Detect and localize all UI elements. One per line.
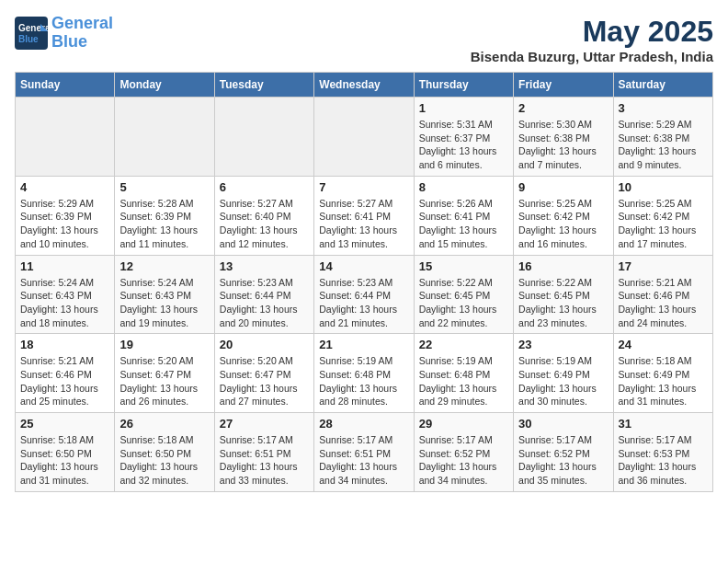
- calendar-cell: [115, 98, 214, 177]
- day-number: 15: [419, 259, 508, 273]
- header-wednesday: Wednesday: [314, 73, 414, 98]
- day-info: Sunrise: 5:22 AM Sunset: 6:45 PM Dayligh…: [419, 276, 508, 330]
- calendar-cell: 28Sunrise: 5:17 AM Sunset: 6:51 PM Dayli…: [314, 413, 414, 492]
- day-info: Sunrise: 5:18 AM Sunset: 6:50 PM Dayligh…: [119, 433, 209, 488]
- day-number: 29: [419, 417, 508, 431]
- calendar-cell: [214, 98, 313, 177]
- day-info: Sunrise: 5:17 AM Sunset: 6:51 PM Dayligh…: [220, 433, 309, 488]
- day-info: Sunrise: 5:29 AM Sunset: 6:39 PM Dayligh…: [20, 197, 109, 251]
- calendar-cell: 13Sunrise: 5:23 AM Sunset: 6:44 PM Dayli…: [214, 255, 313, 334]
- calendar-cell: 17Sunrise: 5:21 AM Sunset: 6:46 PM Dayli…: [613, 255, 712, 334]
- day-number: 27: [220, 417, 309, 431]
- calendar-cell: 1Sunrise: 5:31 AM Sunset: 6:37 PM Daylig…: [414, 98, 513, 177]
- day-info: Sunrise: 5:24 AM Sunset: 6:43 PM Dayligh…: [119, 276, 209, 330]
- calendar-cell: 23Sunrise: 5:19 AM Sunset: 6:49 PM Dayli…: [514, 334, 613, 413]
- calendar-cell: 31Sunrise: 5:17 AM Sunset: 6:53 PM Dayli…: [613, 413, 712, 492]
- day-number: 12: [119, 259, 209, 273]
- day-info: Sunrise: 5:19 AM Sunset: 6:49 PM Dayligh…: [518, 354, 608, 408]
- day-number: 11: [20, 259, 109, 273]
- day-info: Sunrise: 5:29 AM Sunset: 6:38 PM Dayligh…: [619, 118, 708, 172]
- calendar-cell: 22Sunrise: 5:19 AM Sunset: 6:48 PM Dayli…: [414, 334, 513, 413]
- calendar-cell: 21Sunrise: 5:19 AM Sunset: 6:48 PM Dayli…: [314, 334, 414, 413]
- calendar-week-4: 18Sunrise: 5:21 AM Sunset: 6:46 PM Dayli…: [16, 334, 713, 413]
- day-number: 18: [20, 338, 109, 351]
- calendar-cell: 15Sunrise: 5:22 AM Sunset: 6:45 PM Dayli…: [414, 255, 513, 334]
- header-friday: Friday: [514, 73, 613, 98]
- day-info: Sunrise: 5:30 AM Sunset: 6:38 PM Dayligh…: [518, 118, 608, 172]
- day-number: 9: [518, 180, 608, 194]
- logo-text: General Blue: [51, 15, 113, 52]
- day-number: 19: [119, 338, 209, 351]
- calendar-cell: 8Sunrise: 5:26 AM Sunset: 6:41 PM Daylig…: [414, 176, 513, 255]
- calendar-cell: 29Sunrise: 5:17 AM Sunset: 6:52 PM Dayli…: [414, 413, 513, 492]
- calendar-cell: 26Sunrise: 5:18 AM Sunset: 6:50 PM Dayli…: [115, 413, 214, 492]
- calendar-week-2: 4Sunrise: 5:29 AM Sunset: 6:39 PM Daylig…: [16, 176, 713, 255]
- day-info: Sunrise: 5:19 AM Sunset: 6:48 PM Dayligh…: [319, 354, 408, 408]
- day-number: 5: [119, 180, 209, 194]
- day-number: 1: [419, 101, 508, 115]
- day-info: Sunrise: 5:17 AM Sunset: 6:52 PM Dayligh…: [518, 433, 608, 488]
- day-info: Sunrise: 5:20 AM Sunset: 6:47 PM Dayligh…: [119, 354, 209, 408]
- calendar-cell: 9Sunrise: 5:25 AM Sunset: 6:42 PM Daylig…: [514, 176, 613, 255]
- calendar-subtitle: Bisenda Buzurg, Uttar Pradesh, India: [471, 49, 713, 64]
- day-number: 14: [319, 259, 408, 273]
- header-monday: Monday: [115, 73, 214, 98]
- day-number: 28: [319, 417, 408, 431]
- calendar-cell: 25Sunrise: 5:18 AM Sunset: 6:50 PM Dayli…: [16, 413, 115, 492]
- calendar-cell: 19Sunrise: 5:20 AM Sunset: 6:47 PM Dayli…: [115, 334, 214, 413]
- day-number: 13: [220, 259, 309, 273]
- day-info: Sunrise: 5:22 AM Sunset: 6:45 PM Dayligh…: [518, 276, 608, 330]
- header-thursday: Thursday: [414, 73, 513, 98]
- day-number: 20: [220, 338, 309, 351]
- day-number: 17: [619, 259, 708, 273]
- logo-line2: Blue: [51, 32, 87, 51]
- day-info: Sunrise: 5:21 AM Sunset: 6:46 PM Dayligh…: [20, 354, 109, 408]
- day-number: 7: [319, 180, 408, 194]
- calendar-cell: 16Sunrise: 5:22 AM Sunset: 6:45 PM Dayli…: [514, 255, 613, 334]
- day-info: Sunrise: 5:20 AM Sunset: 6:47 PM Dayligh…: [220, 354, 309, 408]
- day-number: 4: [20, 180, 109, 194]
- logo: General Blue General Blue: [15, 15, 113, 52]
- day-info: Sunrise: 5:17 AM Sunset: 6:52 PM Dayligh…: [419, 433, 508, 488]
- day-number: 22: [419, 338, 508, 351]
- day-info: Sunrise: 5:31 AM Sunset: 6:37 PM Dayligh…: [419, 118, 508, 172]
- day-info: Sunrise: 5:23 AM Sunset: 6:44 PM Dayligh…: [220, 276, 309, 330]
- day-number: 2: [518, 101, 608, 115]
- day-number: 10: [619, 180, 708, 194]
- calendar-cell: 30Sunrise: 5:17 AM Sunset: 6:52 PM Dayli…: [514, 413, 613, 492]
- day-number: 23: [518, 338, 608, 351]
- day-number: 26: [119, 417, 209, 431]
- svg-text:Blue: Blue: [18, 34, 39, 44]
- day-number: 6: [220, 180, 309, 194]
- day-info: Sunrise: 5:25 AM Sunset: 6:42 PM Dayligh…: [518, 197, 608, 251]
- day-info: Sunrise: 5:23 AM Sunset: 6:44 PM Dayligh…: [319, 276, 408, 330]
- day-info: Sunrise: 5:24 AM Sunset: 6:43 PM Dayligh…: [20, 276, 109, 330]
- svg-rect-0: [15, 17, 48, 50]
- day-number: 3: [619, 101, 708, 115]
- day-info: Sunrise: 5:17 AM Sunset: 6:53 PM Dayligh…: [619, 433, 708, 488]
- day-number: 21: [319, 338, 408, 351]
- day-info: Sunrise: 5:27 AM Sunset: 6:41 PM Dayligh…: [319, 197, 408, 251]
- calendar-cell: 4Sunrise: 5:29 AM Sunset: 6:39 PM Daylig…: [16, 176, 115, 255]
- calendar-cell: 7Sunrise: 5:27 AM Sunset: 6:41 PM Daylig…: [314, 176, 414, 255]
- day-number: 24: [619, 338, 708, 351]
- logo-line1: General: [51, 14, 113, 32]
- calendar-header-row: SundayMondayTuesdayWednesdayThursdayFrid…: [16, 73, 713, 98]
- day-number: 30: [518, 417, 608, 431]
- day-number: 25: [20, 417, 109, 431]
- calendar-cell: 27Sunrise: 5:17 AM Sunset: 6:51 PM Dayli…: [214, 413, 313, 492]
- calendar-week-5: 25Sunrise: 5:18 AM Sunset: 6:50 PM Dayli…: [16, 413, 713, 492]
- calendar-cell: 18Sunrise: 5:21 AM Sunset: 6:46 PM Dayli…: [16, 334, 115, 413]
- calendar-cell: 5Sunrise: 5:28 AM Sunset: 6:39 PM Daylig…: [115, 176, 214, 255]
- calendar-cell: 3Sunrise: 5:29 AM Sunset: 6:38 PM Daylig…: [613, 98, 712, 177]
- day-info: Sunrise: 5:17 AM Sunset: 6:51 PM Dayligh…: [319, 433, 408, 488]
- calendar-cell: 14Sunrise: 5:23 AM Sunset: 6:44 PM Dayli…: [314, 255, 414, 334]
- logo-icon: General Blue: [15, 17, 48, 50]
- calendar-cell: 6Sunrise: 5:27 AM Sunset: 6:40 PM Daylig…: [214, 176, 313, 255]
- day-info: Sunrise: 5:18 AM Sunset: 6:50 PM Dayligh…: [20, 433, 109, 488]
- calendar-cell: [314, 98, 414, 177]
- day-number: 31: [619, 417, 708, 431]
- calendar-week-3: 11Sunrise: 5:24 AM Sunset: 6:43 PM Dayli…: [16, 255, 713, 334]
- header-sunday: Sunday: [16, 73, 115, 98]
- day-number: 16: [518, 259, 608, 273]
